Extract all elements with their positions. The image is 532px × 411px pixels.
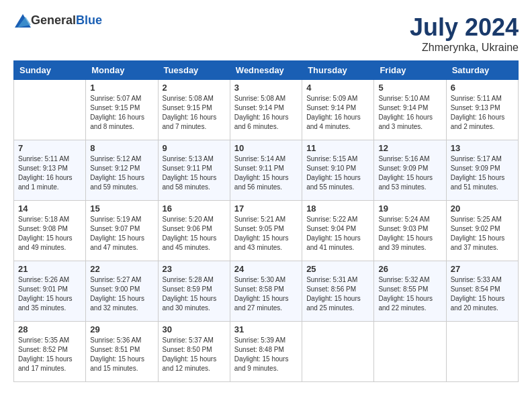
day-info: Sunrise: 5:39 AMSunset: 8:48 PMDaylight:…: [234, 336, 298, 373]
calendar-cell: 20 Sunrise: 5:25 AMSunset: 9:02 PMDaylig…: [446, 201, 518, 261]
calendar-cell: 1 Sunrise: 5:07 AMSunset: 9:15 PMDayligh…: [86, 80, 158, 140]
title-block: July 2024 Zhmerynka, Ukraine: [410, 13, 519, 54]
calendar-cell: [302, 322, 374, 382]
day-info: Sunrise: 5:14 AMSunset: 9:11 PMDaylight:…: [234, 154, 298, 192]
day-info: Sunrise: 5:26 AMSunset: 9:01 PMDaylight:…: [18, 275, 81, 313]
day-number: 19: [378, 203, 441, 214]
calendar-cell: 30 Sunrise: 5:37 AMSunset: 8:50 PMDaylig…: [158, 322, 230, 382]
week-row-3: 14 Sunrise: 5:18 AMSunset: 9:08 PMDaylig…: [14, 201, 519, 261]
day-info: Sunrise: 5:15 AMSunset: 9:10 PMDaylight:…: [306, 154, 369, 192]
week-row-4: 21 Sunrise: 5:26 AMSunset: 9:01 PMDaylig…: [14, 261, 519, 322]
calendar-cell: [446, 322, 518, 382]
day-info: Sunrise: 5:21 AMSunset: 9:05 PMDaylight:…: [234, 215, 298, 253]
day-info: Sunrise: 5:09 AMSunset: 9:14 PMDaylight:…: [306, 94, 369, 132]
day-number: 31: [234, 324, 298, 334]
calendar-cell: 24 Sunrise: 5:30 AMSunset: 8:58 PMDaylig…: [230, 261, 302, 322]
day-number: 7: [18, 143, 81, 153]
day-number: 13: [451, 143, 514, 153]
page-header: GeneralBlue July 2024 Zhmerynka, Ukraine: [13, 13, 519, 54]
day-info: Sunrise: 5:08 AMSunset: 9:15 PMDaylight:…: [163, 94, 226, 132]
calendar-cell: 14 Sunrise: 5:18 AMSunset: 9:08 PMDaylig…: [14, 201, 86, 261]
day-number: 20: [451, 203, 514, 214]
day-number: 23: [163, 264, 226, 274]
calendar-cell: 25 Sunrise: 5:31 AMSunset: 8:56 PMDaylig…: [302, 261, 374, 322]
day-number: 17: [234, 203, 298, 214]
calendar-cell: 27 Sunrise: 5:33 AMSunset: 8:54 PMDaylig…: [446, 261, 518, 322]
day-info: Sunrise: 5:13 AMSunset: 9:11 PMDaylight:…: [163, 154, 226, 192]
calendar-cell: 18 Sunrise: 5:22 AMSunset: 9:04 PMDaylig…: [302, 201, 374, 261]
day-header-monday: Monday: [86, 61, 158, 80]
day-number: 22: [90, 264, 153, 274]
calendar-cell: 13 Sunrise: 5:17 AMSunset: 9:09 PMDaylig…: [446, 140, 518, 201]
month-year: July 2024: [410, 13, 519, 42]
day-info: Sunrise: 5:22 AMSunset: 9:04 PMDaylight:…: [306, 215, 369, 253]
week-row-2: 7 Sunrise: 5:11 AMSunset: 9:13 PMDayligh…: [14, 140, 519, 201]
day-number: 27: [451, 264, 514, 274]
calendar-cell: 8 Sunrise: 5:12 AMSunset: 9:12 PMDayligh…: [86, 140, 158, 201]
week-row-5: 28 Sunrise: 5:35 AMSunset: 8:52 PMDaylig…: [14, 322, 519, 382]
day-info: Sunrise: 5:08 AMSunset: 9:14 PMDaylight:…: [234, 94, 298, 132]
day-header-wednesday: Wednesday: [230, 61, 302, 80]
day-number: 15: [90, 203, 153, 214]
day-number: 30: [163, 324, 226, 334]
week-row-1: 1 Sunrise: 5:07 AMSunset: 9:15 PMDayligh…: [14, 80, 519, 140]
day-number: 4: [306, 83, 369, 93]
calendar-cell: 10 Sunrise: 5:14 AMSunset: 9:11 PMDaylig…: [230, 140, 302, 201]
calendar-cell: 3 Sunrise: 5:08 AMSunset: 9:14 PMDayligh…: [230, 80, 302, 140]
calendar-cell: 5 Sunrise: 5:10 AMSunset: 9:14 PMDayligh…: [374, 80, 446, 140]
calendar-cell: 2 Sunrise: 5:08 AMSunset: 9:15 PMDayligh…: [158, 80, 230, 140]
logo: GeneralBlue: [13, 13, 102, 28]
day-info: Sunrise: 5:27 AMSunset: 9:00 PMDaylight:…: [90, 275, 153, 313]
day-number: 12: [378, 143, 441, 153]
calendar-cell: 26 Sunrise: 5:32 AMSunset: 8:55 PMDaylig…: [374, 261, 446, 322]
calendar-cell: 15 Sunrise: 5:19 AMSunset: 9:07 PMDaylig…: [86, 201, 158, 261]
day-info: Sunrise: 5:24 AMSunset: 9:03 PMDaylight:…: [378, 215, 441, 253]
calendar-table: SundayMondayTuesdayWednesdayThursdayFrid…: [13, 60, 519, 382]
day-number: 28: [18, 324, 81, 334]
day-number: 3: [234, 83, 298, 93]
calendar-cell: 28 Sunrise: 5:35 AMSunset: 8:52 PMDaylig…: [14, 322, 86, 382]
calendar-cell: 21 Sunrise: 5:26 AMSunset: 9:01 PMDaylig…: [14, 261, 86, 322]
day-number: 18: [306, 203, 369, 214]
day-header-saturday: Saturday: [446, 61, 518, 80]
day-info: Sunrise: 5:30 AMSunset: 8:58 PMDaylight:…: [234, 275, 298, 313]
day-number: 21: [18, 264, 81, 274]
calendar-cell: 17 Sunrise: 5:21 AMSunset: 9:05 PMDaylig…: [230, 201, 302, 261]
calendar-cell: 23 Sunrise: 5:28 AMSunset: 8:59 PMDaylig…: [158, 261, 230, 322]
day-info: Sunrise: 5:20 AMSunset: 9:06 PMDaylight:…: [163, 215, 226, 253]
calendar-cell: 9 Sunrise: 5:13 AMSunset: 9:11 PMDayligh…: [158, 140, 230, 201]
day-number: 24: [234, 264, 298, 274]
day-number: 2: [163, 83, 226, 93]
day-number: 16: [163, 203, 226, 214]
day-header-sunday: Sunday: [14, 61, 86, 80]
day-header-friday: Friday: [374, 61, 446, 80]
day-info: Sunrise: 5:35 AMSunset: 8:52 PMDaylight:…: [18, 336, 81, 373]
day-number: 11: [306, 143, 369, 153]
day-info: Sunrise: 5:32 AMSunset: 8:55 PMDaylight:…: [378, 275, 441, 313]
calendar-cell: 12 Sunrise: 5:16 AMSunset: 9:09 PMDaylig…: [374, 140, 446, 201]
calendar-cell: 31 Sunrise: 5:39 AMSunset: 8:48 PMDaylig…: [230, 322, 302, 382]
calendar-cell: 7 Sunrise: 5:11 AMSunset: 9:13 PMDayligh…: [14, 140, 86, 201]
day-number: 14: [18, 203, 81, 214]
day-number: 1: [90, 83, 153, 93]
day-info: Sunrise: 5:28 AMSunset: 8:59 PMDaylight:…: [163, 275, 226, 313]
calendar-cell: 4 Sunrise: 5:09 AMSunset: 9:14 PMDayligh…: [302, 80, 374, 140]
day-number: 9: [163, 143, 226, 153]
logo-blue: Blue: [76, 13, 102, 27]
day-info: Sunrise: 5:12 AMSunset: 9:12 PMDaylight:…: [90, 154, 153, 192]
location: Zhmerynka, Ukraine: [410, 42, 519, 54]
logo-icon: [15, 14, 31, 28]
calendar-cell: 29 Sunrise: 5:36 AMSunset: 8:51 PMDaylig…: [86, 322, 158, 382]
day-number: 25: [306, 264, 369, 274]
day-number: 10: [234, 143, 298, 153]
calendar-cell: [374, 322, 446, 382]
day-info: Sunrise: 5:31 AMSunset: 8:56 PMDaylight:…: [306, 275, 369, 313]
day-number: 26: [378, 264, 441, 274]
day-info: Sunrise: 5:11 AMSunset: 9:13 PMDaylight:…: [451, 94, 514, 132]
calendar-cell: 16 Sunrise: 5:20 AMSunset: 9:06 PMDaylig…: [158, 201, 230, 261]
day-info: Sunrise: 5:07 AMSunset: 9:15 PMDaylight:…: [90, 94, 153, 132]
calendar-cell: 19 Sunrise: 5:24 AMSunset: 9:03 PMDaylig…: [374, 201, 446, 261]
day-info: Sunrise: 5:33 AMSunset: 8:54 PMDaylight:…: [451, 275, 514, 313]
day-number: 6: [451, 83, 514, 93]
calendar-cell: 6 Sunrise: 5:11 AMSunset: 9:13 PMDayligh…: [446, 80, 518, 140]
